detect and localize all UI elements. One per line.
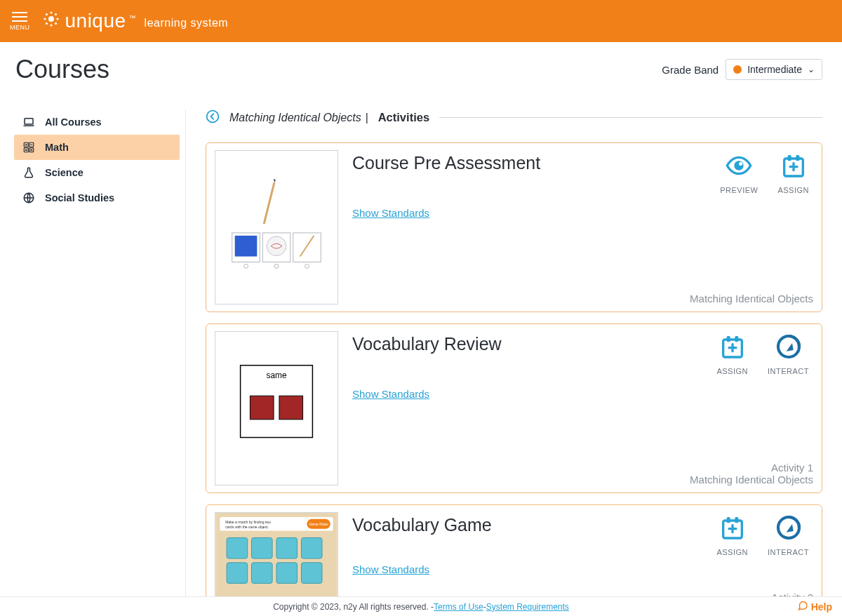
svg-rect-36 [250,396,274,420]
chevron-down-icon: ⌄ [808,65,815,74]
chat-icon [797,600,808,613]
sidebar-item-math[interactable]: Math [14,135,180,160]
activity-card: same Vocabulary Review Show Standards Ac… [206,323,822,493]
svg-rect-33 [215,332,338,485]
help-button[interactable]: Help [797,600,832,613]
hamburger-icon [12,12,27,22]
breadcrumb-parent: Matching Identical Objects | [229,112,368,124]
laptop-icon [22,116,35,128]
action-label: ASSIGN [716,367,748,375]
svg-point-3 [44,18,46,20]
title-row: Courses Grade Band Intermediate ⌄ [0,42,842,88]
breadcrumb: Matching Identical Objects | Activities [206,109,822,126]
interact-icon [775,514,803,544]
page-title: Courses [15,55,109,84]
assign-button[interactable]: ASSIGN [777,152,809,194]
svg-point-4 [56,18,58,20]
main-content: Matching Identical Objects | Activities [186,109,842,616]
assign-button[interactable]: ASSIGN [716,514,748,556]
svg-rect-32 [796,155,799,161]
action-label: INTERACT [768,548,809,556]
assign-button[interactable]: ASSIGN [716,333,748,375]
svg-rect-12 [24,148,28,152]
brand-logo: unique ™ learning system [43,10,229,32]
brand-subtitle: learning system [145,17,229,29]
calendar-plus-icon [780,152,808,182]
activity-card: Make a match by finding two cards with t… [206,504,822,611]
breadcrumb-divider [439,117,822,118]
svg-rect-39 [726,336,730,342]
show-standards-link[interactable]: Show Standards [352,207,813,219]
svg-rect-48 [227,537,248,558]
show-standards-link[interactable]: Show Standards [352,563,813,575]
footer-sysreq-link[interactable]: System Requirements [486,602,569,612]
svg-rect-58 [735,517,738,523]
activity-thumbnail[interactable] [215,150,338,304]
menu-button-label: MENU [10,24,30,31]
sidebar-item-all-courses[interactable]: All Courses [14,109,180,135]
brand-tm: ™ [129,14,136,22]
calendar-plus-icon [719,514,747,544]
breadcrumb-current: Activities [378,111,429,124]
grade-band-value: Intermediate [747,64,802,75]
svg-rect-9 [25,119,33,124]
footer-terms-link[interactable]: Terms of Use [434,602,483,612]
svg-point-6 [54,13,56,15]
interact-button[interactable]: INTERACT [768,333,809,375]
footer: Copyright © 2023, n2y All rights reserve… [0,596,842,616]
grade-band-dot-icon [733,65,742,74]
sidebar-item-science[interactable]: Science [14,160,180,185]
activity-thumbnail[interactable]: Make a match by finding two cards with t… [215,512,338,603]
svg-rect-54 [276,563,298,584]
svg-point-2 [50,24,52,26]
activity-course-name: Matching Identical Objects [352,474,813,486]
calendar-plus-icon [719,333,747,363]
help-label: Help [811,601,832,612]
sidebar-item-label: Science [45,167,83,178]
svg-rect-20 [235,236,258,257]
svg-point-8 [54,22,56,25]
svg-rect-49 [252,537,273,558]
math-grid-icon [22,141,35,154]
svg-rect-31 [787,155,791,161]
svg-point-29 [739,162,742,166]
brand-mark-icon [43,11,60,27]
svg-rect-16 [215,151,338,304]
svg-rect-53 [252,563,273,584]
menu-button[interactable]: MENU [10,12,30,31]
activity-course-name: Matching Identical Objects [352,293,813,304]
action-label: ASSIGN [777,186,809,194]
back-button[interactable] [206,109,220,126]
svg-rect-37 [279,396,303,420]
preview-button[interactable]: PREVIEW [720,152,758,194]
activity-card: Course Pre Assessment Show Standards Mat… [206,142,822,312]
svg-point-1 [50,11,52,13]
svg-point-0 [48,16,54,22]
action-label: INTERACT [768,367,809,375]
activity-number: Activity 1 [352,462,813,474]
svg-point-15 [207,111,219,123]
sidebar-item-label: Social Studies [45,192,114,203]
eye-icon [725,152,753,182]
sidebar-item-label: All Courses [45,116,102,128]
interact-icon [775,333,803,363]
flask-icon [22,166,35,179]
svg-rect-40 [735,336,738,342]
svg-point-5 [45,13,47,15]
activity-thumbnail[interactable]: same [215,331,338,486]
grade-band-label: Grade Band [662,64,719,76]
svg-rect-55 [301,563,322,584]
svg-text:Make a match by finding two: Make a match by finding two [225,520,271,524]
interact-button[interactable]: INTERACT [768,514,809,556]
brand-word: unique [65,10,126,32]
footer-copyright: Copyright © 2023, n2y All rights reserve… [273,602,434,612]
svg-point-22 [267,236,286,256]
action-label: PREVIEW [720,186,758,194]
svg-text:cards with the same object.: cards with the same object. [225,525,269,529]
show-standards-link[interactable]: Show Standards [352,388,813,400]
sidebar-item-social-studies[interactable]: Social Studies [14,185,180,210]
grade-band-select[interactable]: Intermediate ⌄ [726,59,822,80]
app-header: MENU unique ™ learning system [0,0,842,42]
grade-band-control: Grade Band Intermediate ⌄ [662,59,822,80]
sidebar-item-label: Math [45,142,69,153]
